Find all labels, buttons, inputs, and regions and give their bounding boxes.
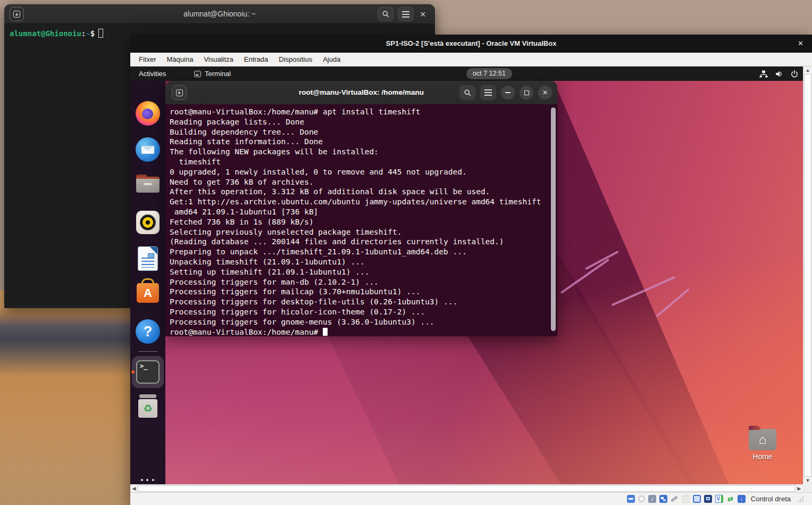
- scroll-up-arrow[interactable]: ▲: [804, 67, 811, 74]
- display-icon[interactable]: [693, 495, 701, 503]
- terminal-line: amd64 21.09.1-1ubuntu1 [736 kB]: [170, 207, 557, 217]
- vm-display[interactable]: Activities Terminal oct 7 12:51: [130, 67, 803, 484]
- terminal-scrollbar-thumb[interactable]: [551, 107, 556, 331]
- vbox-close-button[interactable]: ✕: [798, 35, 803, 53]
- vbox-statusbar[interactable]: ♪ V ⇄ ↓ Control dreta: [130, 492, 812, 505]
- focused-app-indicator[interactable]: Terminal: [194, 67, 231, 81]
- host-shell-prompt[interactable]: alumnat@Ghionoiu:~$: [10, 29, 103, 38]
- menu-button[interactable]: [398, 7, 414, 21]
- scroll-left-arrow[interactable]: ◀: [130, 485, 138, 492]
- home-icon-label: Home: [745, 452, 780, 461]
- menu-item[interactable]: Entrada: [239, 53, 274, 66]
- maximize-button[interactable]: [520, 86, 533, 100]
- minimize-button[interactable]: [501, 86, 515, 100]
- hamburger-icon: [484, 92, 492, 93]
- clock-button[interactable]: oct 7 12:51: [466, 68, 512, 79]
- terminal-cursor: [323, 328, 328, 336]
- firefox-icon[interactable]: [136, 101, 160, 126]
- host-key-capture-icon[interactable]: ↓: [738, 495, 746, 503]
- terminal-line: Reading state information... Done: [170, 137, 557, 147]
- menu-button[interactable]: [480, 85, 496, 100]
- search-button[interactable]: [459, 85, 475, 100]
- terminal-line: Need to get 736 kB of archives.: [170, 177, 557, 187]
- menu-item[interactable]: Visualitza: [198, 53, 238, 66]
- terminal-app-icon: [194, 71, 201, 77]
- vbox-titlebar[interactable]: SP1-ISO-2 [S'està executant] - Oracle VM…: [130, 35, 812, 53]
- host-key-label: Control dreta: [751, 495, 791, 503]
- hscroll-thumb[interactable]: [138, 485, 796, 492]
- ubuntu-software-icon[interactable]: [137, 283, 159, 303]
- host-terminal-title: alumnat@Ghionoiu: ~: [4, 4, 435, 24]
- terminal-line: Selecting previously unselected package …: [170, 227, 557, 237]
- gnome-topbar[interactable]: Activities Terminal oct 7 12:51: [130, 67, 803, 81]
- power-icon: [790, 70, 799, 78]
- rhythmbox-icon[interactable]: [136, 211, 160, 234]
- thunderbird-icon[interactable]: [136, 137, 160, 162]
- menu-item[interactable]: Dispositius: [273, 53, 317, 66]
- terminal-line: Processing triggers for man-db (2.10.2-1…: [170, 277, 557, 287]
- virtualbox-window[interactable]: SP1-ISO-2 [S'està executant] - Oracle VM…: [130, 35, 812, 505]
- features-icon[interactable]: V: [715, 495, 723, 503]
- vbox-vertical-scrollbar[interactable]: ▲ ▼: [803, 67, 812, 484]
- mouse-integration-icon[interactable]: ⇄: [726, 495, 734, 503]
- host-wallpaper-beach: [0, 290, 131, 505]
- scroll-right-arrow[interactable]: ▶: [796, 485, 803, 492]
- terminal-icon: [136, 360, 160, 384]
- shared-folders-icon[interactable]: [682, 495, 690, 503]
- terminal-line: Preparing to unpack .../timeshift_21.09.…: [170, 247, 557, 257]
- recording-icon[interactable]: [704, 495, 712, 503]
- terminal-line: Get:1 http://es.archive.ubuntu.com/ubunt…: [170, 197, 557, 207]
- help-icon[interactable]: [136, 319, 160, 344]
- files-icon[interactable]: [136, 175, 160, 193]
- home-desktop-icon[interactable]: ⌂ Home: [745, 426, 780, 461]
- dock-separator: [138, 351, 157, 352]
- usb-icon[interactable]: [671, 495, 679, 503]
- libreoffice-writer-icon[interactable]: [138, 247, 157, 270]
- running-indicator-dot: [131, 370, 135, 374]
- trash-icon[interactable]: ♻: [138, 393, 158, 418]
- host-terminal-cursor: [98, 29, 103, 38]
- scroll-down-arrow[interactable]: ▼: [804, 477, 811, 484]
- close-icon: ✕: [542, 89, 548, 96]
- terminal-line: Processing triggers for hicolor-icon-the…: [170, 307, 557, 317]
- terminal-line: Building dependency tree... Done: [170, 127, 557, 137]
- menu-item[interactable]: Màquina: [162, 53, 199, 66]
- app-grid-button[interactable]: [141, 479, 155, 484]
- terminal-line: Reading package lists... Done: [170, 117, 557, 127]
- vbox-menubar[interactable]: FitxerMàquinaVisualitzaEntradaDispositiu…: [130, 53, 812, 67]
- vm-terminal-output[interactable]: root@manu-VirtualBox:/home/manu# apt ins…: [165, 104, 557, 336]
- vbox-horizontal-scrollbar[interactable]: ◀ ▶: [130, 484, 803, 492]
- resize-grip[interactable]: [798, 496, 803, 502]
- hard-disk-icon[interactable]: [627, 495, 635, 503]
- terminal-line: timeshift: [170, 157, 557, 167]
- menu-item[interactable]: Fitxer: [133, 53, 162, 66]
- minimize-icon: [505, 92, 510, 93]
- volume-icon: [775, 70, 783, 78]
- vm-terminal-titlebar[interactable]: root@manu-VirtualBox: /home/manu: [165, 81, 557, 104]
- search-button[interactable]: [378, 7, 394, 21]
- close-button[interactable]: ✕: [538, 86, 552, 100]
- ubuntu-dock[interactable]: ♻: [130, 81, 165, 484]
- hamburger-icon: [402, 14, 409, 15]
- host-terminal-titlebar[interactable]: alumnat@Ghionoiu: ~ ✕: [4, 4, 435, 24]
- search-icon: [382, 10, 390, 18]
- vscroll-thumb[interactable]: [804, 74, 811, 477]
- vbox-window-title: SP1-ISO-2 [S'està executant] - Oracle VM…: [130, 35, 812, 53]
- menu-item[interactable]: Ajuda: [317, 53, 346, 66]
- system-status-area[interactable]: [759, 67, 799, 81]
- terminal-line: 0 upgraded, 1 newly installed, 0 to remo…: [170, 167, 557, 177]
- terminal-line: Processing triggers for mailcap (3.70+nm…: [170, 287, 557, 297]
- close-button[interactable]: ✕: [415, 7, 431, 21]
- vm-terminal-window[interactable]: root@manu-VirtualBox: /home/manu: [165, 81, 557, 336]
- search-icon: [464, 89, 472, 97]
- audio-icon[interactable]: ♪: [648, 495, 656, 503]
- terminal-dock-icon[interactable]: [132, 356, 164, 388]
- network-icon: [759, 70, 768, 78]
- network-adapter-icon[interactable]: [659, 495, 667, 503]
- terminal-line: Fetched 736 kB in 1s (889 kB/s): [170, 217, 557, 227]
- terminal-line: root@manu-VirtualBox:/home/manu# apt ins…: [170, 107, 557, 117]
- optical-disc-icon[interactable]: [638, 495, 645, 502]
- scrollbar-corner: [803, 484, 812, 492]
- terminal-line: Unpacking timeshift (21.09.1-1ubuntu1) .…: [170, 257, 557, 267]
- activities-button[interactable]: Activities: [139, 67, 166, 81]
